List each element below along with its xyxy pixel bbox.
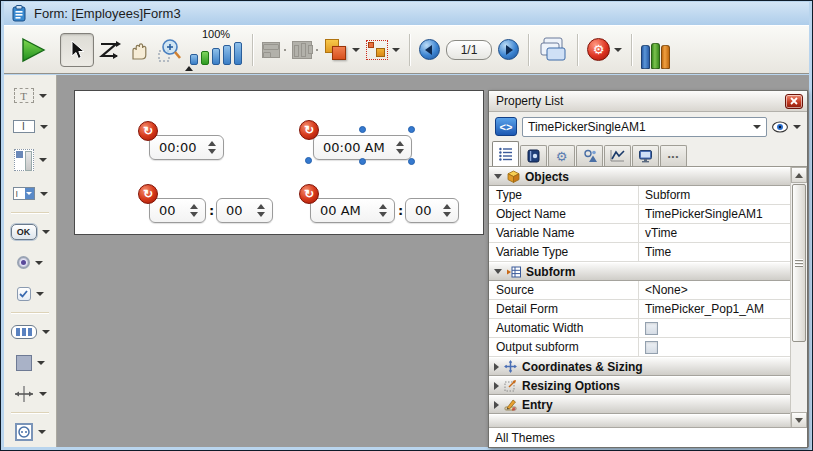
- combo-arrow-icon: [25, 188, 34, 199]
- toolbar-separator: [631, 34, 632, 66]
- object-selector-dropdown[interactable]: TimePickerSingleAM1: [522, 117, 767, 137]
- scrollbar-thumb[interactable]: [792, 184, 806, 342]
- next-page-button[interactable]: [495, 31, 522, 69]
- static-text-tool[interactable]: T: [4, 80, 56, 111]
- form-pages-button[interactable]: [535, 31, 571, 69]
- property-row-automatic-width: Automatic Width: [489, 319, 807, 338]
- scroll-down-button[interactable]: [791, 412, 807, 428]
- property-value[interactable]: TimePicker_Pop1_AM: [639, 300, 790, 318]
- zoom-bars[interactable]: [190, 41, 242, 65]
- property-scrollbar[interactable]: [790, 167, 807, 428]
- theme-filter-bar[interactable]: All Themes: [489, 427, 807, 447]
- dropdown-arrow-icon: [284, 49, 286, 51]
- property-list-titlebar[interactable]: Property List: [489, 91, 807, 112]
- button-grid-tool[interactable]: [4, 316, 56, 347]
- text-tool-icon: T: [20, 90, 27, 102]
- scroll-up-button[interactable]: [791, 167, 807, 183]
- list-box-tool[interactable]: [4, 142, 56, 178]
- align-button[interactable]: [259, 31, 289, 69]
- automatic-width-checkbox[interactable]: [645, 322, 658, 335]
- view-options-button[interactable]: [772, 121, 801, 133]
- property-value[interactable]: TimePickerSingleAM1: [639, 205, 790, 223]
- timepicker-hours-am-widget[interactable]: 00 AM: [310, 198, 395, 223]
- selection-handle[interactable]: [408, 158, 415, 165]
- section-subform[interactable]: Subform: [489, 262, 807, 281]
- entry-icon: #: [504, 398, 517, 411]
- group-button[interactable]: [363, 31, 403, 69]
- tab-appearance[interactable]: [576, 145, 603, 166]
- zoom-bar-800[interactable]: [234, 42, 242, 65]
- rectangle-tool[interactable]: [4, 347, 56, 378]
- zoom-level-control[interactable]: 100%: [190, 29, 242, 70]
- selection-handle[interactable]: [408, 126, 415, 133]
- section-coordinates-sizing[interactable]: Coordinates & Sizing: [489, 357, 807, 376]
- property-value[interactable]: vTime: [639, 224, 790, 242]
- form-editor-window: Form: [Employees]Form3: [0, 0, 813, 451]
- cursor-arrow-icon: [68, 40, 86, 60]
- book-icon: [661, 45, 670, 69]
- property-value[interactable]: Time: [639, 243, 790, 261]
- close-button[interactable]: [785, 94, 803, 109]
- property-value[interactable]: <None>: [639, 281, 790, 299]
- timepicker-minutes-widget[interactable]: 00: [216, 198, 273, 223]
- combo-box-tool[interactable]: I: [4, 178, 56, 209]
- previous-page-button[interactable]: [416, 31, 443, 69]
- page-indicator[interactable]: 1/1: [443, 31, 495, 69]
- gear-icon: ⚙: [556, 150, 568, 163]
- plugin-area-tool[interactable]: [4, 416, 56, 447]
- zoom-tool-button[interactable]: [154, 31, 186, 69]
- run-form-button[interactable]: [16, 31, 50, 69]
- collapse-triangle-icon: [494, 382, 499, 390]
- check-icon: [19, 290, 28, 298]
- input-field-tool[interactable]: I: [4, 111, 56, 142]
- checkbox-tool[interactable]: [4, 278, 56, 309]
- tab-action[interactable]: ⚙: [548, 145, 575, 166]
- selection-handle[interactable]: [305, 157, 312, 164]
- section-label: Subform: [526, 265, 575, 279]
- entry-order-tool-button[interactable]: [94, 31, 124, 69]
- tab-events[interactable]: [604, 145, 631, 166]
- object-selector-row: <> TimePickerSingleAM1: [489, 112, 807, 141]
- library-button[interactable]: [638, 31, 673, 69]
- section-entry[interactable]: # Entry: [489, 395, 807, 414]
- selection-handle[interactable]: [359, 158, 366, 165]
- form-canvas[interactable]: ↻ 00:00 ↻ 00:00 AM ↻ 00: [74, 90, 484, 235]
- layer-order-button[interactable]: [321, 31, 363, 69]
- time-separator: :: [398, 203, 403, 218]
- property-value[interactable]: Subform: [639, 186, 790, 204]
- property-row-output-subform: Output subform: [489, 338, 807, 357]
- timepicker-single-am-widget[interactable]: 00:00 AM: [313, 135, 412, 160]
- timepicker-hours-widget[interactable]: 00: [149, 198, 206, 223]
- tab-data[interactable]: [520, 145, 547, 166]
- zoom-bar-400[interactable]: [223, 45, 231, 65]
- pan-tool-button[interactable]: [124, 31, 154, 69]
- object-cycle-button[interactable]: <>: [495, 117, 517, 136]
- splitter-tool[interactable]: [4, 378, 56, 409]
- timepicker-single-widget[interactable]: 00:00: [149, 135, 224, 160]
- zoom-marker-icon: [185, 66, 193, 71]
- section-objects[interactable]: Objects: [489, 167, 807, 186]
- button-tool[interactable]: OK: [4, 216, 56, 247]
- tab-more[interactable]: •••: [660, 145, 687, 166]
- selection-handle[interactable]: [359, 126, 366, 133]
- zoom-bar-200[interactable]: [212, 48, 220, 65]
- timepicker-minutes-am-widget[interactable]: 00: [405, 198, 459, 223]
- collapse-triangle-icon: [494, 363, 499, 371]
- tab-properties[interactable]: [492, 141, 519, 166]
- select-tool-button[interactable]: [60, 33, 94, 67]
- tab-display[interactable]: [632, 145, 659, 166]
- window-titlebar[interactable]: Form: [Employees]Form3: [4, 2, 809, 25]
- property-label: Output subform: [489, 338, 639, 356]
- stepper-icon: [396, 141, 404, 154]
- palette-separator: [11, 412, 49, 413]
- input-tool-icon: I: [22, 121, 25, 132]
- form-settings-button[interactable]: ⚙: [584, 31, 625, 69]
- output-subform-checkbox[interactable]: [645, 341, 658, 354]
- stepper-icon: [257, 204, 265, 217]
- timepicker-value: 00 AM: [320, 203, 361, 218]
- zoom-bar-100[interactable]: [201, 51, 209, 65]
- radio-button-tool[interactable]: [4, 247, 56, 278]
- zoom-bar-50[interactable]: [190, 54, 198, 65]
- distribute-button[interactable]: [289, 31, 321, 69]
- section-resizing-options[interactable]: Resizing Options: [489, 376, 807, 395]
